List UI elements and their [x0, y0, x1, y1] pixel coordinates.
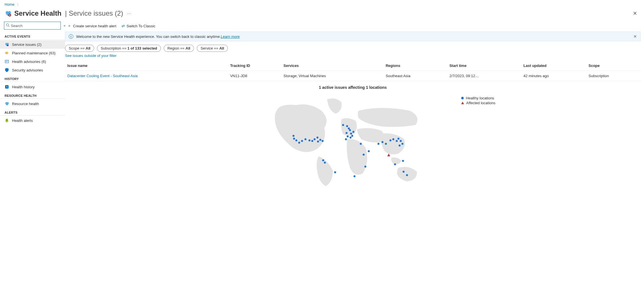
healthy-location-dot[interactable]	[317, 137, 319, 139]
column-header[interactable]: Tracking ID	[228, 61, 281, 71]
filter-service[interactable]: Service == All	[197, 45, 228, 52]
healthy-location-dot[interactable]	[293, 135, 295, 137]
filter-subscription[interactable]: Subscription == 1 of 133 selected	[97, 45, 161, 52]
healthy-location-dot[interactable]	[399, 145, 401, 147]
healthy-location-dot[interactable]	[368, 150, 370, 152]
healthy-location-dot[interactable]	[298, 142, 300, 144]
sidebar-item-security-advisories[interactable]: Security advisories	[0, 66, 65, 74]
healthy-location-dot[interactable]	[398, 138, 400, 140]
sidebar-item-health-advisories[interactable]: Health advisories (6)	[0, 57, 65, 66]
column-header[interactable]: Scope	[586, 61, 641, 71]
sidebar-item-health-history[interactable]: Health history	[0, 83, 65, 91]
healthy-location-dot[interactable]	[396, 140, 398, 142]
healthy-location-dot[interactable]	[301, 140, 303, 142]
healthy-location-dot[interactable]	[385, 143, 387, 145]
healthy-location-dot[interactable]	[406, 174, 408, 176]
healthy-location-dot[interactable]	[319, 139, 321, 141]
create-alert-button[interactable]: ＋ Create service health alert	[67, 23, 116, 28]
healthy-location-dot[interactable]	[311, 140, 313, 142]
svg-rect-5	[5, 60, 9, 63]
close-icon[interactable]: ✕	[631, 9, 639, 18]
healthy-location-dot[interactable]	[348, 128, 350, 130]
world-map	[262, 91, 444, 190]
healthy-location-dot[interactable]	[390, 140, 392, 142]
issues-table: Issue nameTracking IDServicesRegionsStar…	[65, 61, 641, 81]
healthy-location-dot[interactable]	[378, 143, 380, 145]
healthy-location-dot[interactable]	[342, 124, 344, 126]
healthy-location-dot[interactable]	[314, 138, 316, 140]
sidebar-search[interactable]	[4, 22, 61, 30]
filter-scope[interactable]: Scope == All	[65, 45, 94, 52]
nav-section-title: ACTIVE EVENTS	[0, 32, 65, 40]
healthy-location-dot[interactable]	[346, 125, 348, 127]
healthy-location-dot[interactable]	[349, 129, 351, 131]
sidebar-item-label: Service issues (2)	[12, 42, 41, 47]
column-header[interactable]: Services	[281, 61, 383, 71]
svg-point-9	[7, 122, 7, 123]
search-icon	[6, 23, 10, 28]
cell-start-time: 2/7/2023, 09:12…	[447, 71, 521, 81]
table-row[interactable]: Datacenter Cooling Event - Southeast Asi…	[65, 71, 641, 81]
legend-affected: Affected locations	[461, 101, 495, 105]
healthy-location-dot[interactable]	[350, 137, 352, 139]
nav-section-title: RESOURCE HEALTH	[0, 91, 65, 99]
banner-close-icon[interactable]: ✕	[633, 34, 637, 39]
sidebar-item-label: Planned maintenance (63)	[12, 51, 56, 55]
column-header[interactable]: Issue name	[65, 61, 228, 71]
healthy-location-dot[interactable]	[354, 175, 356, 177]
healthy-location-dot[interactable]	[392, 138, 394, 140]
healthy-location-dot[interactable]	[309, 140, 311, 142]
info-icon: i	[69, 34, 73, 39]
toolbar: ＋ Create service health alert ⇄ Switch T…	[65, 21, 641, 32]
nav-section-title: ALERTS	[0, 108, 65, 116]
healthy-location-dot[interactable]	[351, 135, 353, 137]
filter-region[interactable]: Region == All	[164, 45, 194, 52]
healthy-location-dot[interactable]	[293, 138, 295, 140]
learn-more-link[interactable]: Learn more	[221, 34, 240, 39]
column-header[interactable]: Start time	[447, 61, 521, 71]
healthy-location-dot[interactable]	[363, 154, 365, 156]
healthy-location-dot[interactable]	[402, 160, 404, 162]
column-header[interactable]: Regions	[383, 61, 447, 71]
search-input[interactable]	[11, 24, 59, 28]
healthy-location-dot[interactable]	[394, 163, 396, 165]
cell-issue-name[interactable]: Datacenter Cooling Event - Southeast Asi…	[65, 71, 228, 81]
healthy-location-dot[interactable]	[322, 159, 324, 161]
see-outside-filter-link[interactable]: See issues outside of your filter	[65, 53, 117, 61]
healthy-location-dot[interactable]	[350, 133, 352, 135]
healthy-location-dot[interactable]	[334, 171, 336, 173]
healthy-location-dot[interactable]	[360, 143, 362, 145]
healthy-location-dot[interactable]	[324, 162, 326, 164]
sidebar-item-resource-health[interactable]: Resource health	[0, 99, 65, 108]
breadcrumb: Home 〉	[0, 0, 644, 8]
healthy-location-dot[interactable]	[345, 138, 347, 140]
chevron-right-icon: 〉	[17, 3, 20, 6]
more-actions-button[interactable]: ···	[127, 11, 131, 16]
healthy-location-dot[interactable]	[364, 166, 366, 168]
sidebar-item-health-alerts[interactable]: Health alerts	[0, 116, 65, 125]
shield-icon	[5, 68, 9, 72]
healthy-location-dot[interactable]	[382, 141, 384, 143]
healthy-location-dot[interactable]	[322, 140, 324, 142]
healthy-location-dot[interactable]	[295, 140, 297, 142]
switch-classic-button[interactable]: ⇄ Switch To Classic	[121, 24, 155, 28]
healthy-location-dot[interactable]	[403, 171, 405, 173]
healthy-location-dot[interactable]	[400, 140, 402, 142]
legend-healthy: Healthy locations	[461, 96, 495, 100]
sidebar-item-planned-maintenance[interactable]: Planned maintenance (63)	[0, 49, 65, 57]
svg-point-1	[6, 24, 9, 26]
breadcrumb-home[interactable]: Home	[5, 2, 15, 7]
column-header[interactable]: Last updated	[521, 61, 586, 71]
sidebar-item-label: Security advisories	[12, 68, 43, 72]
page-subtitle: | Service issues (2)	[63, 9, 123, 17]
sidebar-item-service-issues[interactable]: Service issues (2)	[0, 40, 65, 49]
healthy-location-dot[interactable]	[305, 138, 307, 140]
plus-icon: ＋	[67, 23, 71, 28]
healthy-location-dot[interactable]	[402, 143, 404, 145]
history-icon	[5, 85, 9, 89]
healthy-location-dot[interactable]	[346, 132, 348, 134]
map-legend: Healthy locations Affected locations	[461, 96, 495, 106]
healthy-location-dot[interactable]	[317, 141, 319, 143]
healthy-location-dot[interactable]	[347, 136, 349, 138]
healthy-location-dot[interactable]	[353, 131, 355, 133]
